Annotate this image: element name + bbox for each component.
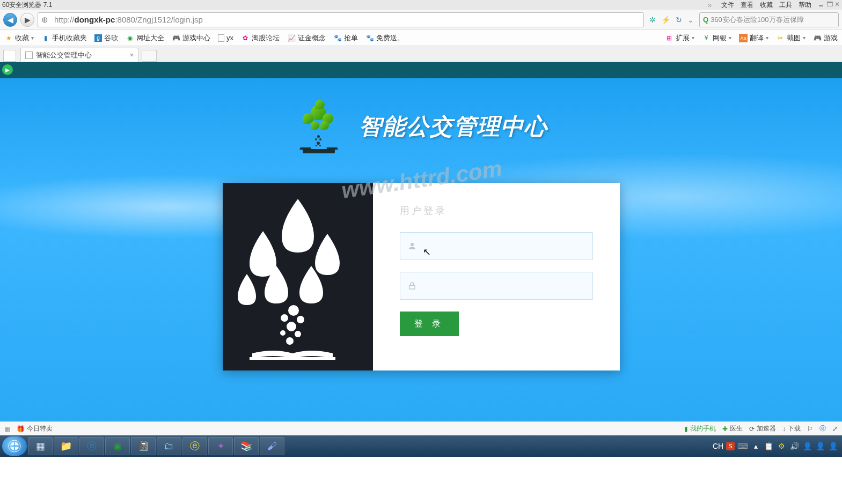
download-icon: ↓ xyxy=(782,425,786,433)
status-bar: ▦ 🎁今日特卖 ▮我的手机 ✚医生 ⟳加速器 ↓下载 ⚐ ⓔ ⤢ xyxy=(0,421,842,435)
tray-icon[interactable]: 👤 xyxy=(828,441,838,451)
bookmarks-bar: ★收藏▾ ▮手机收藏夹 g谷歌 ◉网址大全 🎮游戏中心 yx ✿淘股论坛 📈证金… xyxy=(0,30,842,46)
task-item[interactable]: ✦ xyxy=(208,437,233,455)
tray-icon[interactable]: 👤 xyxy=(815,441,825,451)
svg-point-3 xyxy=(287,322,296,331)
today-deals[interactable]: 🎁今日特卖 xyxy=(17,424,53,433)
tray-icon[interactable]: ⌨ xyxy=(738,441,748,451)
form-heading: 用户登录 xyxy=(400,204,593,217)
play-icon[interactable]: ▶ xyxy=(2,64,13,75)
close-icon[interactable]: × xyxy=(129,51,134,59)
flag-icon[interactable]: ⚐ xyxy=(807,425,813,433)
task-item[interactable]: 📓 xyxy=(131,437,156,455)
ime-label[interactable]: CH xyxy=(713,441,723,451)
medkit-icon: ✚ xyxy=(722,425,728,433)
chevron-down-icon[interactable]: ⌄ xyxy=(687,16,694,24)
task-item[interactable]: ⓔ xyxy=(182,437,207,455)
extensions-button[interactable]: ⊞扩展▾ xyxy=(665,33,694,43)
status-home-icon[interactable]: ▦ xyxy=(4,425,10,433)
google-icon: g xyxy=(94,34,102,42)
login-card-graphic xyxy=(223,183,373,370)
ie-icon[interactable]: ⓔ xyxy=(819,424,826,433)
task-item[interactable]: 🗂 xyxy=(157,437,181,455)
start-button[interactable] xyxy=(2,436,27,456)
spinner-icon[interactable]: ✲ xyxy=(649,16,656,24)
zoom-icon[interactable]: ⤢ xyxy=(832,425,838,433)
tab-title: 智能公交管理中心 xyxy=(36,50,92,60)
tray-icon[interactable]: 📋 xyxy=(764,441,773,451)
browser-menu: » 文件 查看 收藏 工具 帮助 🗕 🗖 ✕ xyxy=(708,1,840,10)
globe-icon: ◉ xyxy=(126,34,134,42)
gamepad-icon: 🎮 xyxy=(813,34,822,42)
login-button[interactable]: 登 录 xyxy=(400,312,459,336)
new-tab-button[interactable] xyxy=(142,50,157,62)
tray-chevron-icon[interactable]: ▴ xyxy=(751,441,760,451)
logo-area: 智能公交管理中心 xyxy=(295,100,548,153)
forward-button[interactable]: ▶ xyxy=(20,13,34,27)
bolt-icon[interactable]: ⚡ xyxy=(661,16,670,24)
refresh-icon[interactable]: ↻ xyxy=(676,16,682,24)
game-icon: 🎮 xyxy=(172,34,180,42)
flower-icon: ✿ xyxy=(241,34,250,42)
star-icon: ★ xyxy=(4,34,13,42)
task-item[interactable]: 🖌 xyxy=(260,437,284,455)
bookmark-item[interactable]: ◉网址大全 xyxy=(126,33,164,43)
games-button[interactable]: 🎮游戏 xyxy=(813,33,838,43)
bookmark-item[interactable]: 🐾免费送。 xyxy=(365,33,404,43)
tab-strip: 智能公交管理中心 × xyxy=(0,46,842,62)
bookmark-item[interactable]: 📈证金概念 xyxy=(287,33,326,43)
url-text: http://dongxk-pc:8080/Zngj1512/login.jsp xyxy=(54,15,203,24)
search-placeholder: 360安心春运险100万春运保障 xyxy=(711,15,803,25)
search-provider-icon: Q xyxy=(703,16,708,24)
phone-icon: ▮ xyxy=(684,425,688,433)
nav-action-icons: ✲ ⚡ ↻ ⌄ xyxy=(647,16,696,24)
scissors-icon: ✂ xyxy=(776,34,785,42)
task-item[interactable]: ⓔ xyxy=(79,437,104,455)
menu-file[interactable]: 文件 xyxy=(721,1,734,10)
search-box[interactable]: Q 360安心春运险100万春运保障 xyxy=(699,12,839,27)
svg-point-6 xyxy=(286,337,294,345)
back-button[interactable]: ◀ xyxy=(3,13,17,27)
tray-icon[interactable]: 🔊 xyxy=(789,441,799,451)
user-icon xyxy=(400,241,424,251)
menu-help[interactable]: 帮助 xyxy=(799,1,811,10)
chevron-icon[interactable]: » xyxy=(708,1,712,10)
tab-active[interactable]: 智能公交管理中心 × xyxy=(20,48,138,62)
task-item[interactable]: 📚 xyxy=(234,437,259,455)
my-phone[interactable]: ▮我的手机 xyxy=(684,424,716,433)
password-input[interactable] xyxy=(424,272,592,299)
bookmark-item[interactable]: yx xyxy=(218,34,233,42)
accelerator[interactable]: ⟳加速器 xyxy=(749,424,776,433)
menu-view[interactable]: 查看 xyxy=(741,1,753,10)
nav-bar: ◀ ▶ ⊕ http://dongxk-pc:8080/Zngj1512/log… xyxy=(0,10,842,30)
task-item[interactable]: ◉ xyxy=(105,437,130,455)
password-field[interactable] xyxy=(400,272,593,300)
tray-icon[interactable]: 👤 xyxy=(802,441,812,451)
bookmark-item[interactable]: 🐾抢单 xyxy=(333,33,358,43)
bank-button[interactable]: ¥网银▾ xyxy=(702,33,731,43)
screenshot-button[interactable]: ✂截图▾ xyxy=(776,33,806,43)
task-item[interactable]: 📁 xyxy=(54,437,78,455)
svg-point-0 xyxy=(288,305,299,316)
tab-home-button[interactable] xyxy=(3,50,16,62)
menu-tools[interactable]: 工具 xyxy=(779,1,792,10)
address-bar[interactable]: ⊕ http://dongxk-pc:8080/Zngj1512/login.j… xyxy=(38,12,644,27)
bookmark-item[interactable]: ✿淘股论坛 xyxy=(241,33,280,43)
bookmark-item[interactable]: g谷歌 xyxy=(94,33,118,43)
task-item[interactable]: ▦ xyxy=(28,437,53,455)
username-field[interactable]: ↖ xyxy=(400,232,593,260)
username-input[interactable] xyxy=(424,233,592,260)
paw-icon: 🐾 xyxy=(333,34,342,42)
doctor[interactable]: ✚医生 xyxy=(722,424,743,433)
browser-title-bar: 60安全浏览器 7.1 » 文件 查看 收藏 工具 帮助 🗕 🗖 ✕ xyxy=(0,0,842,10)
tray-icon[interactable]: ⚙ xyxy=(777,441,786,451)
menu-fav[interactable]: 收藏 xyxy=(760,1,773,10)
bookmark-item[interactable]: ▮手机收藏夹 xyxy=(41,33,87,43)
download[interactable]: ↓下载 xyxy=(782,424,801,433)
favorites-button[interactable]: ★收藏▾ xyxy=(4,33,34,43)
browser-title: 60安全浏览器 7.1 xyxy=(2,1,52,10)
translate-button[interactable]: Aa翻译▾ xyxy=(739,33,768,43)
bookmark-item[interactable]: 🎮游戏中心 xyxy=(172,33,210,43)
tray-icon[interactable]: S xyxy=(726,442,735,450)
menu-control-icon[interactable]: 🗕 🗖 ✕ xyxy=(818,1,840,10)
